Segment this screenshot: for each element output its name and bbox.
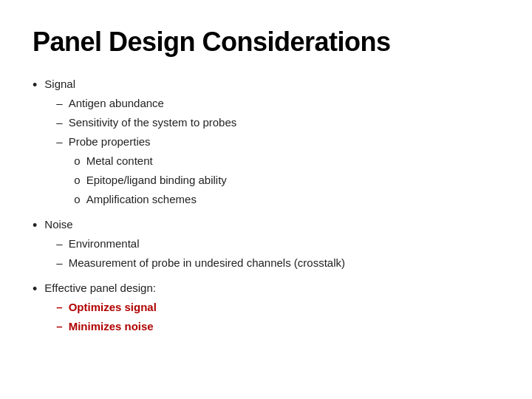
bullet-l2-dash: – <box>56 299 62 316</box>
bullet-l3-o: o <box>74 152 80 170</box>
slide: Panel Design Considerations •Signal–Anti… <box>0 0 532 399</box>
bullet-l2-optimizes: –Optimizes signal <box>56 299 499 316</box>
bullet-l2-dash: – <box>56 114 62 132</box>
bullet-l2-label-probe-properties: Probe properties <box>69 133 151 151</box>
bullet-l2-dash: – <box>56 235 62 253</box>
bullet-l1-label-signal: Signal <box>44 78 75 90</box>
bullet-l2-minimizes: –Minimizes noise <box>56 318 499 335</box>
bullet-l2-label-minimizes: Minimizes noise <box>69 318 154 335</box>
bullet-l3-label-amplification: Amplification schemes <box>86 191 197 208</box>
bullet-l2-label-antigen: Antigen abundance <box>69 95 164 112</box>
bullet-l2-dash: – <box>56 95 62 112</box>
bullet-l1-effective: •Effective panel design:–Optimizes signa… <box>33 279 499 338</box>
bullet-l2-label-measurement: Measurement of probe in undesired channe… <box>69 254 345 272</box>
bullet-l1-signal: •Signal–Antigen abundance–Sensitivity of… <box>33 75 499 211</box>
bullet-dot: • <box>33 75 37 96</box>
bullet-dot: • <box>33 279 37 300</box>
bullet-l2-label-sensitivity: Sensitivity of the system to probes <box>69 114 237 132</box>
bullet-dot: • <box>33 215 37 236</box>
bullet-l2-dash: – <box>56 318 62 335</box>
bullet-l2-measurement: –Measurement of probe in undesired chann… <box>56 254 499 272</box>
bullet-l3-metal-content: oMetal content <box>74 152 499 170</box>
bullet-l2-dash: – <box>56 254 62 272</box>
bullet-l2-label-optimizes: Optimizes signal <box>69 299 157 316</box>
bullet-l2-environmental: –Environmental <box>56 235 499 253</box>
bullet-l3-o: o <box>74 191 80 208</box>
bullet-l2-label-environmental: Environmental <box>69 235 140 253</box>
bullet-l2-probe-properties: –Probe properties <box>56 133 499 151</box>
bullet-l2-sensitivity: –Sensitivity of the system to probes <box>56 114 499 132</box>
bullet-l1-label-effective: Effective panel design: <box>44 282 156 294</box>
slide-title: Panel Design Considerations <box>33 27 499 58</box>
bullet-l3-epitope: oEpitope/ligand binding ability <box>74 171 499 189</box>
bullet-l3-label-metal-content: Metal content <box>86 152 153 170</box>
bullet-l1-label-noise: Noise <box>44 218 72 231</box>
bullet-l1-noise: •Noise–Environmental–Measurement of prob… <box>33 216 499 275</box>
bullet-l3-label-epitope: Epitope/ligand binding ability <box>86 171 227 189</box>
bullet-l2-antigen: –Antigen abundance <box>56 95 499 112</box>
bullet-l3-amplification: oAmplification schemes <box>74 191 499 208</box>
bullet-l3-o: o <box>74 171 80 189</box>
bullet-l2-dash: – <box>56 133 62 151</box>
slide-content: •Signal–Antigen abundance–Sensitivity of… <box>33 75 499 338</box>
